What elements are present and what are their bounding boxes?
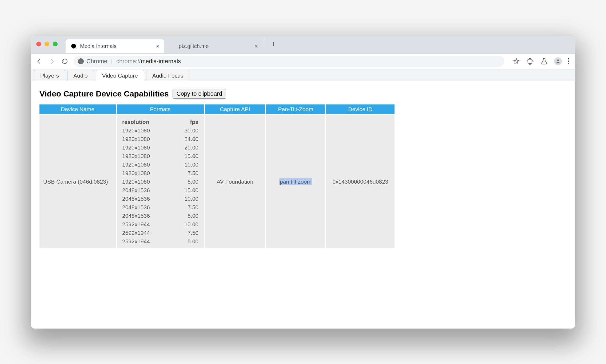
toolbar: Chrome | chrome://media-internals — [31, 54, 575, 69]
copy-to-clipboard-button[interactable]: Copy to clipboard — [173, 89, 226, 99]
format-resolution: 1920x1080 — [119, 160, 171, 169]
format-resolution: 1920x1080 — [119, 135, 171, 143]
format-resolution: 2048x1536 — [119, 203, 171, 212]
cell-formats: resolution fps 1920x108030.001920x108024… — [116, 115, 204, 249]
formats-row: 2048x153610.00 — [119, 195, 201, 203]
format-fps: 5.00 — [171, 237, 201, 246]
formats-row: 1920x10807.50 — [119, 169, 201, 177]
format-fps: 10.00 — [171, 160, 201, 169]
format-resolution: 1920x1080 — [119, 126, 171, 135]
col-ptz[interactable]: Pan-Tilt-Zoom — [266, 104, 326, 115]
extensions-button[interactable] — [526, 57, 534, 65]
close-icon[interactable]: × — [254, 43, 258, 49]
window-minimize-button[interactable] — [45, 42, 49, 46]
move-icon — [169, 43, 176, 49]
format-fps: 24.00 — [171, 135, 201, 143]
tab-players[interactable]: Players — [34, 70, 65, 81]
address-separator: | — [111, 58, 113, 65]
formats-row: 1920x108020.00 — [119, 143, 201, 152]
format-resolution: 1920x1080 — [119, 177, 171, 186]
url-path: media-internals — [141, 58, 181, 64]
col-device-id[interactable]: Device ID — [326, 104, 395, 115]
format-fps: 5.00 — [171, 177, 201, 186]
format-fps: 7.50 — [171, 229, 201, 237]
format-fps: 7.50 — [171, 169, 201, 177]
url-scheme: chrome:// — [116, 58, 141, 64]
formats-row: 1920x108030.00 — [119, 126, 201, 135]
formats-row: 2592x194410.00 — [119, 220, 201, 229]
formats-row: 2592x19445.00 — [119, 237, 201, 246]
table-row: USB Camera (046d:0823) resolution fps 19… — [39, 115, 395, 249]
tab-audio[interactable]: Audio — [67, 70, 94, 81]
cell-capture-api: AV Foundation — [204, 115, 266, 249]
format-resolution: 2592x1944 — [119, 229, 171, 237]
tab-video-capture[interactable]: Video Capture — [96, 70, 144, 81]
col-formats[interactable]: Formats — [116, 104, 204, 115]
tab-separator — [264, 39, 264, 47]
format-resolution: 1920x1080 — [119, 143, 171, 152]
formats-row: 2592x19447.50 — [119, 229, 201, 237]
formats-row: 1920x108015.00 — [119, 152, 201, 160]
tab-strip: Media Internals × ptz.glitch.me × + — [31, 35, 575, 54]
browser-tab-ptz[interactable]: ptz.glitch.me × — [164, 39, 263, 53]
formats-row: 1920x108024.00 — [119, 135, 201, 143]
globe-icon — [70, 43, 77, 49]
formats-row: 2048x15365.00 — [119, 212, 201, 220]
tab-audio-focus[interactable]: Audio Focus — [146, 70, 190, 81]
format-fps: 30.00 — [171, 126, 201, 135]
formats-row: 2048x153615.00 — [119, 186, 201, 195]
format-fps: 15.00 — [171, 186, 201, 195]
formats-row: 1920x10805.00 — [119, 177, 201, 186]
format-resolution: 1920x1080 — [119, 169, 171, 177]
format-resolution: 2592x1944 — [119, 220, 171, 229]
address-origin-chip: Chrome — [86, 58, 107, 65]
formats-table: resolution fps 1920x108030.001920x108024… — [119, 118, 201, 246]
capabilities-table: Device Name Formats Capture API Pan-Tilt… — [38, 104, 396, 249]
window-close-button[interactable] — [36, 42, 41, 46]
cell-device-id: 0x14300000046d0823 — [326, 115, 395, 249]
format-resolution: 2048x1536 — [119, 186, 171, 195]
svg-point-1 — [557, 59, 559, 61]
close-icon[interactable]: × — [156, 43, 160, 49]
format-resolution: 1920x1080 — [119, 152, 171, 160]
new-tab-button[interactable]: + — [268, 38, 279, 50]
window-controls — [36, 42, 58, 46]
cell-device-name: USB Camera (046d:0823) — [39, 115, 116, 249]
format-fps: 10.00 — [171, 195, 201, 203]
tab-title: ptz.glitch.me — [179, 43, 251, 49]
profile-avatar-button[interactable] — [554, 57, 562, 65]
format-resolution: 2048x1536 — [119, 212, 171, 220]
format-resolution: 2048x1536 — [119, 195, 171, 203]
internal-tabs: Players Audio Video Capture Audio Focus — [31, 69, 575, 81]
page-title: Video Capture Device Capabilities — [39, 89, 169, 98]
format-fps: 7.50 — [171, 203, 201, 212]
format-fps: 10.00 — [171, 220, 201, 229]
back-button[interactable] — [35, 57, 43, 65]
formats-row: 2048x15367.50 — [119, 203, 201, 212]
address-bar[interactable]: Chrome | chrome://media-internals — [74, 56, 504, 67]
bookmark-star-button[interactable] — [512, 57, 520, 65]
labs-button[interactable] — [540, 57, 548, 65]
format-resolution: 2592x1944 — [119, 237, 171, 246]
reload-button[interactable] — [61, 57, 69, 65]
kebab-menu-button[interactable] — [568, 58, 569, 64]
cell-ptz: pan tilt zoom — [266, 115, 326, 249]
format-fps: 20.00 — [171, 143, 201, 152]
content-area: Video Capture Device Capabilities Copy t… — [31, 81, 575, 329]
format-fps: 5.00 — [171, 212, 201, 220]
window-zoom-button[interactable] — [53, 42, 58, 46]
formats-col-fps: fps — [171, 118, 201, 126]
format-fps: 15.00 — [171, 152, 201, 160]
ptz-highlighted-text: pan tilt zoom — [279, 178, 312, 185]
col-device-name[interactable]: Device Name — [39, 104, 116, 115]
formats-col-resolution: resolution — [119, 118, 171, 126]
browser-window: Media Internals × ptz.glitch.me × + — [31, 35, 575, 329]
col-capture-api[interactable]: Capture API — [204, 104, 266, 115]
forward-button — [48, 57, 56, 65]
formats-row: 1920x108010.00 — [119, 160, 201, 169]
tab-title: Media Internals — [80, 43, 153, 49]
browser-tab-media-internals[interactable]: Media Internals × — [66, 39, 164, 53]
chrome-icon — [78, 58, 84, 64]
